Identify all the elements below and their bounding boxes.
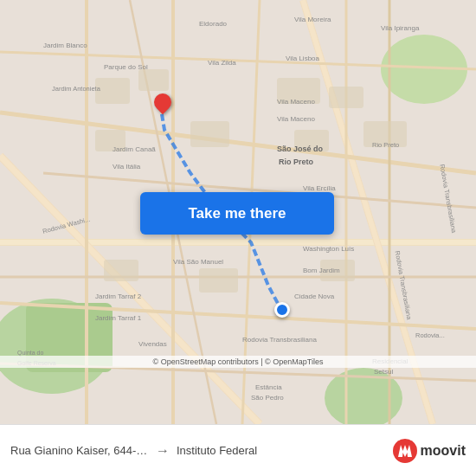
svg-text:Washington Luís: Washington Luís: [303, 245, 354, 253]
svg-text:Rodovia Transbrasiliana: Rodovia Transbrasiliana: [242, 336, 317, 344]
map-container: Jardim Blanco Eldorado Vila Moreira Vila…: [0, 0, 476, 424]
route-arrow: →: [156, 443, 170, 459]
svg-rect-32: [199, 268, 238, 293]
svg-text:Vivendas: Vivendas: [138, 340, 167, 348]
svg-text:Setsul: Setsul: [374, 368, 393, 376]
map-attribution: © OpenStreetMap contributors | © OpenMap…: [0, 356, 476, 368]
svg-text:Vila Maceno: Vila Maceno: [277, 115, 315, 123]
svg-text:Rio Preto: Rio Preto: [372, 141, 399, 149]
bottom-bar: Rua Gianino Kaiser, 644-716 → Instituto …: [0, 424, 476, 476]
destination-dot: [274, 302, 290, 318]
moovit-logo: moovit: [393, 439, 466, 463]
svg-text:Jardim Canaã: Jardim Canaã: [113, 145, 156, 153]
moovit-icon: [393, 439, 417, 463]
svg-text:Vila Maceno: Vila Maceno: [277, 98, 315, 106]
svg-text:Rio Preto: Rio Preto: [279, 158, 314, 166]
route-info: Rua Gianino Kaiser, 644-716 → Instituto …: [10, 443, 393, 459]
svg-text:São Pedro: São Pedro: [251, 394, 284, 402]
svg-text:Cidade Nova: Cidade Nova: [294, 293, 335, 300]
svg-text:Jardim Blanco: Jardim Blanco: [43, 42, 87, 49]
svg-text:Jardim Tarraf 2: Jardim Tarraf 2: [95, 293, 142, 300]
svg-text:Jardim Tarraf 1: Jardim Tarraf 1: [95, 314, 142, 322]
svg-text:Vila Lisboa: Vila Lisboa: [286, 55, 320, 62]
svg-text:Vila Ipiranga: Vila Ipiranga: [381, 24, 420, 32]
svg-text:Jardim Antonieta: Jardim Antonieta: [52, 85, 101, 93]
svg-rect-24: [138, 69, 169, 91]
svg-text:Vila Zilda: Vila Zilda: [208, 59, 236, 67]
svg-rect-23: [95, 78, 130, 104]
svg-text:Vila Ercília: Vila Ercília: [303, 184, 336, 192]
svg-text:Estância: Estância: [255, 383, 282, 391]
pin-head: [151, 90, 175, 114]
svg-text:Vila Moreira: Vila Moreira: [294, 16, 331, 23]
moovit-text: moovit: [421, 443, 466, 459]
svg-text:Vila São Manuel: Vila São Manuel: [173, 258, 223, 266]
svg-text:Bom Jardim: Bom Jardim: [303, 267, 340, 274]
svg-rect-28: [190, 121, 229, 147]
svg-text:Eldorado: Eldorado: [199, 20, 228, 28]
take-me-there-button[interactable]: Take me there: [140, 192, 334, 235]
svg-text:Vila Itália: Vila Itália: [113, 163, 141, 170]
svg-rect-31: [104, 260, 138, 281]
svg-text:Rodovia...: Rodovia...: [415, 331, 445, 339]
origin-pin: [154, 93, 171, 111]
svg-text:São José do: São José do: [277, 145, 324, 153]
svg-text:Parque do Sol: Parque do Sol: [104, 63, 148, 71]
route-origin: Rua Gianino Kaiser, 644-716: [10, 444, 149, 457]
svg-rect-26: [329, 87, 363, 108]
route-destination: Instituto Federal: [177, 444, 257, 457]
